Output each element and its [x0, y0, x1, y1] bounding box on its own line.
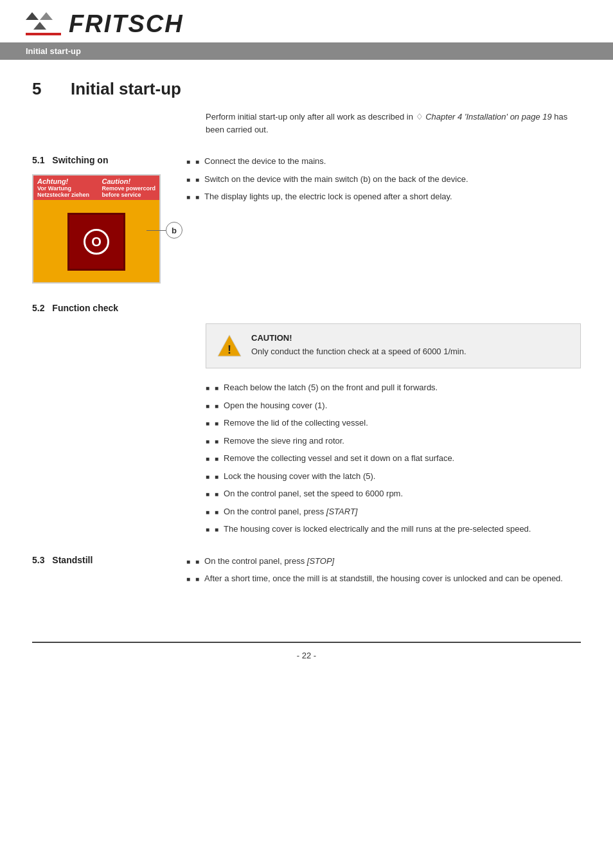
section-52-heading: 5.2 Function check [32, 303, 581, 313]
caution-content: CAUTION! Only conduct the function check… [251, 333, 570, 358]
bullet-icon: ■ [195, 574, 199, 584]
logo: FRITSCH [26, 12, 184, 36]
section-51-bullets: ■ Connect the device to the mains. ■ Swi… [186, 155, 581, 203]
b-label-circle: b [166, 222, 182, 239]
bullet-text: Open the housing cover (1). [224, 399, 327, 412]
list-item: ■ On the control panel, press [START] [206, 505, 581, 518]
list-item: ■ Lock the housing cover with the latch … [206, 470, 581, 483]
section-51-title: Switching on [52, 155, 108, 165]
bullet-icon: ■ [215, 507, 218, 517]
b-label-container: b [147, 222, 182, 239]
bullet-icon: ■ [195, 192, 199, 202]
section-53-heading: 5.3 Standstill [32, 555, 173, 565]
list-item: ■ Switch on the device with the main swi… [186, 173, 581, 186]
caution-sub: Remove powercordbefore service [102, 185, 155, 198]
section-53-left: 5.3 Standstill [32, 555, 173, 590]
list-item: ■ The display lights up, the electric lo… [186, 190, 581, 203]
triangle-icon-1 [26, 12, 39, 20]
intro-ref: Chapter 4 'Installation' on page 19 [425, 112, 552, 122]
chapter-heading: 5 Initial start-up [32, 79, 581, 99]
section-51: 5.1 Switching on Achtung! Vor WartungNet… [32, 155, 581, 284]
caution-warning-icon: ! [217, 333, 242, 359]
section-52-number: 5.2 [32, 303, 44, 313]
logo-text: FRITSCH [69, 12, 184, 36]
section-52-bullets-container: ■ Reach below the latch (5) on the front… [206, 381, 581, 536]
list-item: ■ Remove the collecting vessel and set i… [206, 452, 581, 465]
caution-banner: Achtung! Vor WartungNetzstecker ziehen C… [33, 176, 159, 200]
bullet-icon: ■ [195, 557, 199, 566]
bullet-text: Remove the lid of the collecting vessel. [224, 417, 368, 429]
section-51-left: 5.1 Switching on Achtung! Vor WartungNet… [32, 155, 173, 284]
caution-label: Caution! [102, 177, 155, 185]
section-header-bar: Initial start-up [0, 42, 613, 60]
list-item: ■ On the control panel, press [STOP] [186, 555, 581, 568]
page-header: FRITSCH [0, 0, 613, 42]
chapter-number: 5 [32, 79, 51, 99]
switch-o-symbol: O [84, 229, 109, 255]
intro-text-start: Perform initial start-up only after all … [206, 112, 413, 122]
bullet-text: Remove the collecting vessel and set it … [224, 452, 454, 465]
bullet-text: On the control panel, set the speed to 6… [224, 487, 403, 500]
b-connector-line [147, 230, 166, 231]
triangle-icon-2 [40, 12, 53, 20]
list-item: ■ Remove the sieve ring and rotor. [206, 435, 581, 448]
section-53-bullets: ■ On the control panel, press [STOP] ■ A… [186, 555, 581, 585]
chapter-title: Initial start-up [71, 79, 181, 99]
svg-text:!: ! [227, 343, 231, 356]
section-52: 5.2 Function check ! CAUTION! Only condu… [32, 303, 581, 536]
bullet-icon: ■ [215, 419, 218, 428]
bullet-text: Reach below the latch (5) on the front a… [224, 381, 438, 394]
list-item: ■ Reach below the latch (5) on the front… [206, 381, 581, 394]
bullet-text: Connect the device to the mains. [204, 155, 326, 168]
bullet-text: On the control panel, press [START] [224, 505, 357, 518]
section-53-title: Standstill [52, 555, 93, 565]
bullet-icon: ■ [195, 175, 199, 185]
section-52-title: Function check [52, 303, 118, 313]
bullet-icon: ■ [215, 401, 218, 411]
bullet-icon: ■ [195, 157, 199, 167]
bullet-icon: ■ [215, 437, 218, 446]
section-header-label: Initial start-up [26, 46, 81, 56]
bullet-icon: ■ [215, 454, 218, 464]
bullet-text: After a short time, once the mill is at … [204, 572, 563, 585]
bullet-text: The housing cover is locked electrically… [224, 523, 531, 536]
bullet-text: Switch on the device with the main switc… [204, 173, 468, 186]
list-item: ■ The housing cover is locked electrical… [206, 523, 581, 536]
achtung-sub: Vor WartungNetzstecker ziehen [37, 185, 89, 198]
section-53-inner: 5.3 Standstill ■ On the control panel, p… [32, 555, 581, 590]
list-item: ■ After a short time, once the mill is a… [186, 572, 581, 585]
achtung-label: Achtung! [37, 177, 89, 185]
bullet-icon: ■ [215, 472, 218, 482]
page-number: - 22 - [297, 651, 316, 660]
page-footer: - 22 - [32, 642, 581, 660]
main-content: 5 Initial start-up Perform initial start… [0, 60, 613, 629]
bullet-icon: ■ [215, 383, 218, 393]
list-item: ■ Open the housing cover (1). [206, 399, 581, 412]
bullet-icon: ■ [215, 489, 218, 499]
logo-triangles [26, 12, 61, 35]
bullet-text: On the control panel, press [STOP] [204, 555, 334, 568]
triangle-icon-3 [33, 22, 46, 30]
section-51-number: 5.1 [32, 155, 44, 165]
section-53: 5.3 Standstill ■ On the control panel, p… [32, 555, 581, 590]
switch-panel: O [67, 213, 125, 271]
list-item: ■ Connect the device to the mains. [186, 155, 581, 168]
bullet-text: Lock the housing cover with the latch (5… [224, 470, 375, 483]
section-51-right: ■ Connect the device to the mains. ■ Swi… [186, 155, 581, 284]
bullet-icon: ■ [215, 525, 218, 534]
section-53-number: 5.3 [32, 555, 44, 565]
device-image-inner: Achtung! Vor WartungNetzstecker ziehen C… [33, 176, 159, 282]
caution-box-text: Only conduct the function check at a spe… [251, 345, 570, 358]
bullet-text: The display lights up, the electric lock… [204, 190, 452, 203]
section-51-heading: 5.1 Switching on [32, 155, 173, 165]
caution-box: ! CAUTION! Only conduct the function che… [206, 323, 581, 368]
section-52-bullets: ■ Reach below the latch (5) on the front… [206, 381, 581, 536]
caution-box-title: CAUTION! [251, 333, 570, 343]
chapter-intro: Perform initial start-up only after all … [206, 111, 581, 136]
device-image: Achtung! Vor WartungNetzstecker ziehen C… [32, 174, 161, 284]
section-53-right: ■ On the control panel, press [STOP] ■ A… [186, 555, 581, 590]
logo-red-bar [26, 33, 61, 35]
list-item: ■ Remove the lid of the collecting vesse… [206, 417, 581, 429]
warning-triangle-svg: ! [217, 333, 242, 359]
list-item: ■ On the control panel, set the speed to… [206, 487, 581, 500]
